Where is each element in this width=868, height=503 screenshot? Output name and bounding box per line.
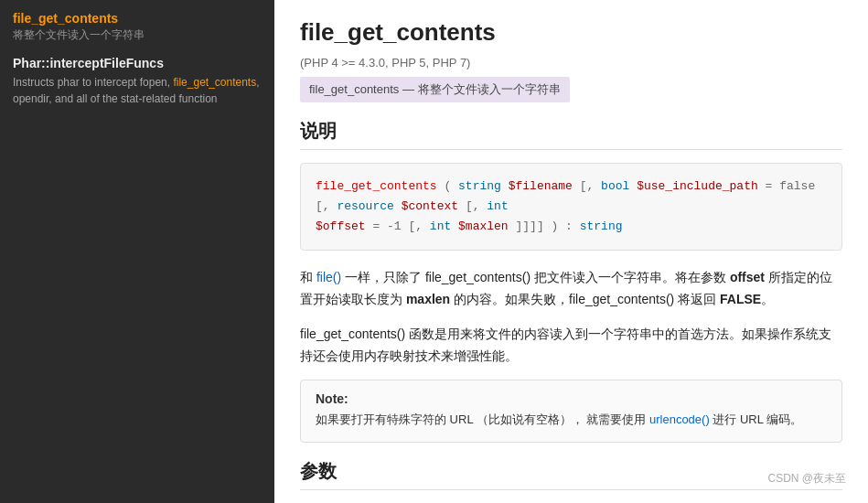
page-title: file_get_contents	[300, 18, 842, 47]
sidebar-next-link[interactable]: file_get_contents	[173, 76, 256, 89]
sidebar-active-title[interactable]: file_get_contents	[13, 11, 262, 26]
main-content: file_get_contents (PHP 4 >= 4.3.0, PHP 5…	[274, 0, 868, 503]
sidebar-next-heading[interactable]: Phar::interceptFileFuncs	[13, 56, 262, 70]
code-signature: file_get_contents ( string $filename [, …	[300, 163, 842, 251]
sidebar: file_get_contents 将整个文件读入一个字符串 Phar::int…	[0, 0, 274, 503]
sidebar-active-subtitle: 将整个文件读入一个字符串	[13, 27, 262, 43]
note-box: Note: 如果要打开有特殊字符的 URL （比如说有空格）， 就需要使用 ur…	[300, 380, 842, 442]
footer-watermark: CSDN @夜未至	[767, 471, 846, 487]
paragraph-2: file_get_contents() 函数是用来将文件的内容读入到一个字符串中…	[300, 324, 842, 368]
paragraph-1: 和 file() 一样，只除了 file_get_contents() 把文件读…	[300, 267, 842, 311]
version-info: (PHP 4 >= 4.3.0, PHP 5, PHP 7)	[300, 56, 842, 70]
urlencode-link[interactable]: urlencode()	[649, 412, 710, 426]
file-link[interactable]: file()	[316, 270, 341, 284]
highlight-bar: file_get_contents — 将整个文件读入一个字符串	[300, 77, 570, 102]
note-title: Note:	[316, 391, 827, 406]
sidebar-next-desc: Instructs phar to intercept fopen, file_…	[13, 74, 262, 107]
section-description-title: 说明	[300, 119, 842, 150]
params-title: 参数	[300, 459, 842, 490]
note-text: 如果要打开有特殊字符的 URL （比如说有空格）， 就需要使用 urlencod…	[316, 410, 827, 430]
